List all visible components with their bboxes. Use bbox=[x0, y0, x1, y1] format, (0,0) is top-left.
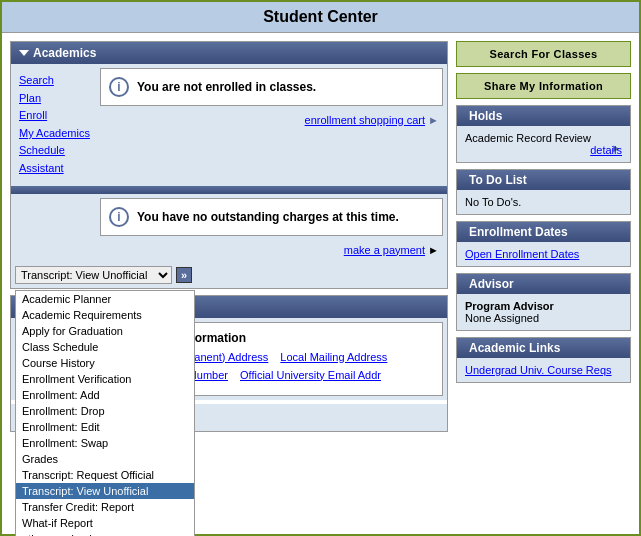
holds-header: Holds bbox=[457, 106, 630, 126]
academics-link-search[interactable]: Search bbox=[19, 72, 91, 90]
todo-section: To Do List No To Do's. bbox=[456, 169, 631, 215]
advisor-header: Advisor bbox=[457, 274, 630, 294]
academics-section-bar2 bbox=[11, 186, 447, 194]
todo-header: To Do List bbox=[457, 170, 630, 190]
advisor-name: None Assigned bbox=[465, 312, 622, 324]
dd-item-transcript-official[interactable]: Transcript: Request Official bbox=[16, 467, 194, 483]
shopping-cart-arrow-icon: ► bbox=[428, 114, 439, 126]
holds-item: Academic Record Review bbox=[465, 132, 622, 144]
academics-section: Academics Search Plan Enroll My Academic… bbox=[10, 41, 448, 289]
charges-info-icon: i bbox=[109, 207, 129, 227]
advisor-label: Advisor bbox=[469, 277, 514, 291]
make-payment-row: make a payment ► bbox=[100, 242, 443, 258]
open-enrollment-link[interactable]: Open Enrollment Dates bbox=[465, 248, 579, 260]
dd-item-grades[interactable]: Grades bbox=[16, 451, 194, 467]
academics-link-plan[interactable]: Plan bbox=[19, 90, 91, 108]
advisor-section: Advisor Program Advisor None Assigned bbox=[456, 273, 631, 331]
dd-item-enrollment-edit[interactable]: Enrollment: Edit bbox=[16, 419, 194, 435]
enrollment-dates-body: Open Enrollment Dates bbox=[457, 242, 630, 266]
make-payment-link[interactable]: make a payment bbox=[344, 244, 425, 256]
dd-item-enrollment-verification[interactable]: Enrollment Verification bbox=[16, 371, 194, 387]
dd-item-other-academic[interactable]: other academic... bbox=[16, 531, 194, 536]
enrollment-shopping-cart-link[interactable]: enrollment shopping cart bbox=[305, 114, 425, 126]
dd-item-transcript-unofficial[interactable]: Transcript: View Unofficial bbox=[16, 483, 194, 499]
charges-notice-box: i You have no outstanding charges at thi… bbox=[100, 198, 443, 236]
academics2-links-empty bbox=[15, 198, 95, 206]
enrollment-dates-section: Enrollment Dates Open Enrollment Dates bbox=[456, 221, 631, 267]
academics-body: Search Plan Enroll My Academics Schedule… bbox=[11, 64, 447, 186]
academics-go-button[interactable]: » bbox=[176, 267, 192, 283]
enrollment-dates-label: Enrollment Dates bbox=[469, 225, 568, 239]
dd-item-course-history[interactable]: Course History bbox=[16, 355, 194, 371]
academic-links-header: Academic Links bbox=[457, 338, 630, 358]
dd-item-enrollment-drop[interactable]: Enrollment: Drop bbox=[16, 403, 194, 419]
academics-dropdown-row: Academic Planner Academic Requirements A… bbox=[11, 262, 447, 288]
enrollment-notice-box: i You are not enrolled in classes. bbox=[100, 68, 443, 106]
academics-triangle-icon bbox=[19, 50, 29, 56]
academics2-body: i You have no outstanding charges at thi… bbox=[11, 194, 447, 262]
page-container: Student Center Academics Search Plan Enr… bbox=[0, 0, 641, 536]
academic-links-label: Academic Links bbox=[469, 341, 560, 355]
academics2-content: i You have no outstanding charges at thi… bbox=[100, 198, 443, 258]
enrollment-shopping-cart-row: enrollment shopping cart ► bbox=[100, 112, 443, 128]
search-for-classes-button[interactable]: Search For Classes bbox=[456, 41, 631, 67]
todo-message: No To Do's. bbox=[465, 196, 622, 208]
left-panel: Academics Search Plan Enroll My Academic… bbox=[10, 41, 448, 432]
dd-item-academic-requirements[interactable]: Academic Requirements bbox=[16, 307, 194, 323]
info-icon: i bbox=[109, 77, 129, 97]
holds-details-link[interactable]: details bbox=[465, 144, 622, 156]
contact-link-email[interactable]: Official University Email Addr bbox=[240, 369, 381, 381]
academics-link-schedule-assistant[interactable]: Schedule Assistant bbox=[19, 142, 91, 177]
dd-item-transfer-credit[interactable]: Transfer Credit: Report bbox=[16, 499, 194, 515]
contact-link-local-mailing[interactable]: Local Mailing Address bbox=[280, 351, 387, 363]
academic-links-body: Undergrad Univ. Course Reqs bbox=[457, 358, 630, 382]
holds-label: Holds bbox=[469, 109, 502, 123]
charges-notice-text: You have no outstanding charges at this … bbox=[137, 210, 399, 224]
right-panel: Search For Classes Share My Information … bbox=[456, 41, 631, 432]
share-my-information-button[interactable]: Share My Information bbox=[456, 73, 631, 99]
undergrad-course-reqs-link[interactable]: Undergrad Univ. Course Reqs bbox=[465, 364, 612, 376]
academics-link-my-academics[interactable]: My Academics bbox=[19, 125, 91, 143]
holds-body: Academic Record Review details ► bbox=[457, 126, 630, 162]
holds-section: Holds Academic Record Review details ► bbox=[456, 105, 631, 163]
advisor-body: Program Advisor None Assigned bbox=[457, 294, 630, 330]
academics-header: Academics bbox=[11, 42, 447, 64]
enrollment-notice-text: You are not enrolled in classes. bbox=[137, 80, 316, 94]
dd-item-class-schedule[interactable]: Class Schedule bbox=[16, 339, 194, 355]
academic-links-section: Academic Links Undergrad Univ. Course Re… bbox=[456, 337, 631, 383]
go-arrow-icon: » bbox=[181, 269, 187, 281]
todo-body: No To Do's. bbox=[457, 190, 630, 214]
dd-item-whatif-report[interactable]: What-if Report bbox=[16, 515, 194, 531]
academics-links: Search Plan Enroll My Academics Schedule… bbox=[15, 68, 95, 182]
dd-item-enrollment-add[interactable]: Enrollment: Add bbox=[16, 387, 194, 403]
academics-dropdown[interactable]: Academic Planner Academic Requirements A… bbox=[15, 266, 172, 284]
page-title: Student Center bbox=[2, 2, 639, 33]
todo-label: To Do List bbox=[469, 173, 527, 187]
academics-link-enroll[interactable]: Enroll bbox=[19, 107, 91, 125]
dd-item-academic-planner[interactable]: Academic Planner bbox=[16, 291, 194, 307]
main-layout: Academics Search Plan Enroll My Academic… bbox=[2, 33, 639, 440]
dd-item-enrollment-swap[interactable]: Enrollment: Swap bbox=[16, 435, 194, 451]
advisor-title: Program Advisor bbox=[465, 300, 622, 312]
make-payment-arrow-icon: ► bbox=[428, 244, 439, 256]
enrollment-dates-header: Enrollment Dates bbox=[457, 222, 630, 242]
academics-dropdown-list: Academic Planner Academic Requirements A… bbox=[15, 290, 195, 536]
academics-label: Academics bbox=[33, 46, 96, 60]
academics-content: i You are not enrolled in classes. enrol… bbox=[100, 68, 443, 128]
dd-item-apply-graduation[interactable]: Apply for Graduation bbox=[16, 323, 194, 339]
